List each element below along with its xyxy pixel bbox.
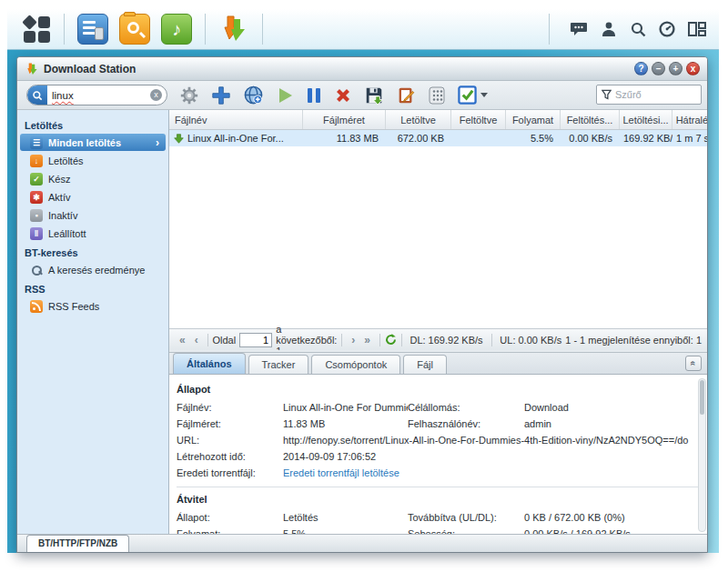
tab-tracker[interactable]: Tracker <box>248 355 309 374</box>
sidebar: Letöltés ☰ Minden letöltés › ↓ Letöltés … <box>17 110 169 534</box>
last-page-button[interactable]: » <box>359 334 375 346</box>
sidebar-item-label: Leállított <box>48 228 86 239</box>
details-section-title: Állapot <box>177 381 700 399</box>
edit-button[interactable] <box>396 85 416 105</box>
search-clear-icon[interactable]: x <box>150 89 162 101</box>
detail-value: Letöltés <box>283 509 408 526</box>
col-downloaded[interactable]: Letöltve <box>386 110 451 129</box>
chevron-right-icon: › <box>156 136 159 149</box>
control-panel-icon[interactable] <box>77 14 108 45</box>
add-url-button[interactable] <box>243 85 264 105</box>
detail-value: admin <box>524 416 700 432</box>
search-magnifier-icon[interactable] <box>27 85 47 105</box>
detail-label: URL: <box>177 432 283 448</box>
pilot-view-icon[interactable] <box>688 21 706 37</box>
pagination-separator <box>341 334 342 346</box>
close-button[interactable]: x <box>686 62 700 75</box>
resource-monitor-icon[interactable] <box>659 21 675 37</box>
taskbar-separator <box>262 14 263 45</box>
download-arrows-icon <box>218 14 248 43</box>
detail-label: Állapot: <box>177 509 283 526</box>
taskbar-separator <box>64 14 65 45</box>
settings-button[interactable] <box>179 85 199 105</box>
col-download-speed[interactable]: Letöltési... <box>620 110 672 129</box>
desktop: ♪ <box>7 9 719 553</box>
sidebar-item-label: Kész <box>48 174 70 185</box>
col-uploaded[interactable]: Feltöltve <box>451 110 506 129</box>
user-icon[interactable] <box>601 21 617 37</box>
tab-peers[interactable]: Csomópontok <box>311 355 400 374</box>
sidebar-item-label: Aktív <box>48 192 70 203</box>
minimize-button[interactable]: – <box>652 62 665 75</box>
window-statusbar: BT/HTTP/FTP/NZB <box>17 534 707 552</box>
save-button[interactable] <box>364 85 384 105</box>
dl-speed-label: DL: 169.92 KB/s <box>410 335 482 346</box>
page-input[interactable] <box>239 333 272 347</box>
scrollbar-thumb[interactable] <box>700 380 704 415</box>
screenshot-root: ♪ <box>0 0 728 582</box>
details-scrollbar[interactable] <box>698 378 706 532</box>
maximize-button[interactable]: + <box>669 62 682 75</box>
add-task-button[interactable] <box>211 85 231 105</box>
col-filename[interactable]: Fájlnév <box>169 110 303 129</box>
prev-page-button[interactable]: ‹ <box>190 334 203 346</box>
tab-general[interactable]: Általános <box>173 353 246 374</box>
detail-value: Linux All-in-One For Dummies, 4th <box>283 399 408 416</box>
help-button[interactable]: ? <box>634 62 648 75</box>
delete-button[interactable] <box>334 86 352 105</box>
select-dropdown-caret-icon[interactable] <box>480 93 488 97</box>
search-results-icon <box>30 264 43 276</box>
download-original-torrent-link[interactable]: Eredeti torrentfájl letöltése <box>283 465 700 481</box>
download-station-icon[interactable] <box>218 14 249 45</box>
filter-funnel-icon <box>602 89 612 100</box>
audio-station-icon[interactable]: ♪ <box>161 14 192 45</box>
notifications-icon[interactable] <box>570 21 588 37</box>
clear-finished-button[interactable] <box>428 85 446 105</box>
col-filesize[interactable]: Fájlméret <box>303 110 386 129</box>
stopped-icon: ‖ <box>30 227 43 240</box>
table-row[interactable]: Linux All-in-One For... 11.83 MB 672.00 … <box>169 130 707 146</box>
sidebar-item-downloading[interactable]: ↓ Letöltés <box>17 152 168 169</box>
col-progress[interactable]: Folyamat <box>506 110 561 129</box>
tab-file[interactable]: Fájl <box>403 355 447 374</box>
pagination-separator <box>401 334 402 346</box>
col-upload-speed[interactable]: Feltöltés... <box>561 110 620 129</box>
detail-label: Folyamat: <box>177 526 283 534</box>
filter-input[interactable] <box>615 89 693 100</box>
sidebar-item-active[interactable]: ✱ Aktív <box>17 188 168 206</box>
first-page-button[interactable]: « <box>175 334 190 346</box>
next-page-button[interactable]: › <box>347 334 359 346</box>
detail-label: Eredeti torrentfájl: <box>177 465 283 481</box>
sidebar-item-completed[interactable]: ✓ Kész <box>17 170 168 187</box>
download-station-small-icon <box>25 62 38 75</box>
file-station-icon[interactable] <box>119 14 150 45</box>
window-controls: ? – + x <box>634 62 700 75</box>
detail-value: 11.83 MB <box>283 416 408 432</box>
window-titlebar[interactable]: Download Station ? – + x <box>17 57 707 81</box>
sidebar-item-inactive[interactable]: ▪ Inaktív <box>17 206 168 224</box>
cell-progress: 5.5% <box>506 133 561 144</box>
cell-download-speed: 169.92 KB/s <box>620 133 672 144</box>
select-button[interactable] <box>458 85 488 105</box>
search-icon[interactable] <box>630 21 646 37</box>
protocol-tab[interactable]: BT/HTTP/FTP/NZB <box>26 535 129 552</box>
details-pane: Általános Tracker Csomópontok Fájl « Áll… <box>169 352 707 534</box>
resume-button[interactable] <box>276 86 294 105</box>
detail-label: Létrehozott idő: <box>177 448 283 465</box>
detail-label: Felhasználónév: <box>408 416 524 432</box>
detail-value: 2014-09-09 17:06:52 <box>283 448 700 465</box>
torrent-download-icon <box>174 134 184 144</box>
pause-button[interactable] <box>306 86 322 105</box>
collapse-details-button[interactable]: « <box>685 356 702 371</box>
detail-label: Fájlnév: <box>177 399 283 416</box>
search-input[interactable]: linux x <box>26 85 167 105</box>
refresh-icon[interactable] <box>385 334 397 346</box>
sidebar-item-search-results[interactable]: A keresés eredménye <box>17 261 168 278</box>
sidebar-item-stopped[interactable]: ‖ Leállított <box>17 225 168 242</box>
download-list-pane: Fájlnév Fájlméret Letöltve Feltöltve Fol… <box>169 110 707 350</box>
sidebar-item-all-downloads[interactable]: ☰ Minden letöltés › <box>20 134 166 151</box>
main-menu-icon[interactable] <box>16 13 56 45</box>
sidebar-item-rss-feeds[interactable]: RSS Feeds <box>17 297 168 315</box>
col-time-left[interactable]: Hátralévő i... <box>672 110 707 129</box>
toolbar: linux x <box>17 81 707 110</box>
